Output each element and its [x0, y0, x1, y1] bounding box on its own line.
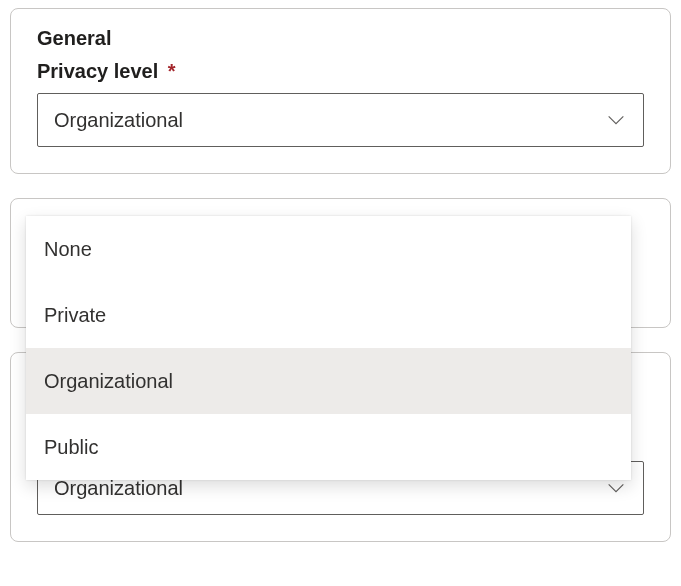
privacy-level-selected-value: Organizational: [54, 109, 183, 132]
general-card: General Privacy level * Organizational: [10, 8, 671, 174]
card-title: General: [37, 27, 644, 50]
dropdown-option[interactable]: Organizational: [26, 348, 631, 414]
card-2-area: Organizational NonePrivateOrganizational…: [10, 198, 671, 542]
dropdown-option[interactable]: Public: [26, 414, 631, 480]
privacy-level-select[interactable]: Organizational: [37, 93, 644, 147]
privacy-level-label: Privacy level *: [37, 60, 644, 83]
chevron-down-icon: [605, 109, 627, 131]
required-indicator: *: [168, 60, 176, 82]
privacy-level-dropdown-options: NonePrivateOrganizationalPublic: [26, 216, 631, 480]
dropdown-option[interactable]: Private: [26, 282, 631, 348]
dropdown-option[interactable]: None: [26, 216, 631, 282]
field-label-text: Privacy level: [37, 60, 158, 82]
chevron-down-icon: [605, 477, 627, 499]
